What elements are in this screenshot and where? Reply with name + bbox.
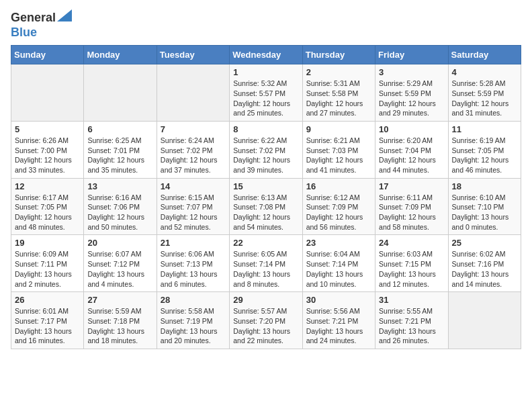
- day-info: Sunrise: 5:56 AM Sunset: 7:21 PM Dayligh…: [306, 306, 371, 346]
- day-info: Sunrise: 5:55 AM Sunset: 7:21 PM Dayligh…: [379, 306, 444, 346]
- day-number: 28: [161, 295, 226, 305]
- calendar-cell: 15Sunrise: 6:13 AM Sunset: 7:08 PM Dayli…: [230, 178, 302, 235]
- svg-marker-0: [57, 9, 72, 21]
- logo: General Blue: [11, 11, 72, 40]
- calendar-table: SundayMondayTuesdayWednesdayThursdayFrid…: [11, 45, 521, 349]
- day-info: Sunrise: 6:12 AM Sunset: 7:09 PM Dayligh…: [306, 193, 371, 232]
- calendar-cell: 14Sunrise: 6:15 AM Sunset: 7:07 PM Dayli…: [157, 178, 229, 235]
- calendar-cell: 30Sunrise: 5:56 AM Sunset: 7:21 PM Dayli…: [302, 292, 375, 349]
- day-number: 15: [233, 181, 298, 191]
- calendar-cell: 21Sunrise: 6:06 AM Sunset: 7:13 PM Dayli…: [157, 235, 229, 292]
- logo-icon: [57, 9, 72, 21]
- day-number: 2: [306, 67, 371, 77]
- day-info: Sunrise: 6:07 AM Sunset: 7:12 PM Dayligh…: [87, 249, 152, 289]
- calendar-cell: 29Sunrise: 5:57 AM Sunset: 7:20 PM Dayli…: [230, 292, 302, 349]
- day-info: Sunrise: 6:02 AM Sunset: 7:16 PM Dayligh…: [452, 249, 517, 289]
- day-number: 5: [15, 124, 80, 134]
- day-number: 4: [452, 67, 517, 77]
- calendar-cell: 2Sunrise: 5:31 AM Sunset: 5:58 PM Daylig…: [302, 64, 375, 122]
- day-info: Sunrise: 6:25 AM Sunset: 7:01 PM Dayligh…: [87, 136, 152, 175]
- day-number: 16: [306, 181, 371, 191]
- day-number: 24: [379, 238, 444, 248]
- day-info: Sunrise: 6:06 AM Sunset: 7:13 PM Dayligh…: [161, 249, 226, 289]
- day-info: Sunrise: 6:11 AM Sunset: 7:09 PM Dayligh…: [379, 193, 444, 232]
- calendar-cell: 8Sunrise: 6:22 AM Sunset: 7:02 PM Daylig…: [230, 121, 302, 178]
- day-info: Sunrise: 6:16 AM Sunset: 7:06 PM Dayligh…: [87, 193, 152, 232]
- day-number: 1: [233, 67, 298, 77]
- weekday-header-tuesday: Tuesday: [157, 46, 229, 64]
- day-number: 14: [161, 181, 226, 191]
- day-number: 12: [15, 181, 80, 191]
- calendar-cell: 17Sunrise: 6:11 AM Sunset: 7:09 PM Dayli…: [375, 178, 448, 235]
- day-number: 11: [452, 124, 517, 134]
- calendar-cell: 1Sunrise: 5:32 AM Sunset: 5:57 PM Daylig…: [230, 64, 302, 122]
- weekday-header-monday: Monday: [84, 46, 157, 64]
- calendar-cell: 16Sunrise: 6:12 AM Sunset: 7:09 PM Dayli…: [302, 178, 375, 235]
- calendar-week-2: 5Sunrise: 6:26 AM Sunset: 7:00 PM Daylig…: [11, 121, 521, 178]
- calendar-cell: 11Sunrise: 6:19 AM Sunset: 7:05 PM Dayli…: [448, 121, 521, 178]
- weekday-header-row: SundayMondayTuesdayWednesdayThursdayFrid…: [11, 46, 521, 64]
- weekday-header-friday: Friday: [375, 46, 448, 64]
- day-number: 3: [379, 67, 444, 77]
- day-info: Sunrise: 5:58 AM Sunset: 7:19 PM Dayligh…: [161, 306, 226, 346]
- day-info: Sunrise: 5:32 AM Sunset: 5:57 PM Dayligh…: [233, 79, 298, 118]
- day-number: 29: [233, 295, 298, 305]
- calendar-cell: 26Sunrise: 6:01 AM Sunset: 7:17 PM Dayli…: [11, 292, 84, 349]
- day-number: 22: [233, 238, 298, 248]
- day-info: Sunrise: 6:04 AM Sunset: 7:14 PM Dayligh…: [306, 249, 371, 289]
- calendar-cell: 4Sunrise: 5:28 AM Sunset: 5:59 PM Daylig…: [448, 64, 521, 122]
- day-info: Sunrise: 6:22 AM Sunset: 7:02 PM Dayligh…: [233, 136, 298, 175]
- day-number: 27: [87, 295, 152, 305]
- logo-general: General: [11, 11, 56, 24]
- calendar-cell: 31Sunrise: 5:55 AM Sunset: 7:21 PM Dayli…: [375, 292, 448, 349]
- calendar-cell: 20Sunrise: 6:07 AM Sunset: 7:12 PM Dayli…: [84, 235, 157, 292]
- day-info: Sunrise: 5:28 AM Sunset: 5:59 PM Dayligh…: [452, 79, 517, 118]
- calendar-cell: 22Sunrise: 6:05 AM Sunset: 7:14 PM Dayli…: [230, 235, 302, 292]
- day-number: 23: [306, 238, 371, 248]
- calendar-cell: 7Sunrise: 6:24 AM Sunset: 7:02 PM Daylig…: [157, 121, 229, 178]
- calendar-week-3: 12Sunrise: 6:17 AM Sunset: 7:05 PM Dayli…: [11, 178, 521, 235]
- calendar-cell: [11, 64, 84, 122]
- day-number: 13: [87, 181, 152, 191]
- calendar-cell: 19Sunrise: 6:09 AM Sunset: 7:11 PM Dayli…: [11, 235, 84, 292]
- weekday-header-sunday: Sunday: [11, 46, 84, 64]
- day-info: Sunrise: 6:26 AM Sunset: 7:00 PM Dayligh…: [15, 136, 80, 175]
- page-header: General Blue: [11, 11, 521, 40]
- day-info: Sunrise: 6:20 AM Sunset: 7:04 PM Dayligh…: [379, 136, 444, 175]
- calendar-cell: 28Sunrise: 5:58 AM Sunset: 7:19 PM Dayli…: [157, 292, 229, 349]
- calendar-cell: [157, 64, 229, 122]
- calendar-cell: 24Sunrise: 6:03 AM Sunset: 7:15 PM Dayli…: [375, 235, 448, 292]
- day-info: Sunrise: 6:10 AM Sunset: 7:10 PM Dayligh…: [452, 193, 517, 232]
- calendar-week-4: 19Sunrise: 6:09 AM Sunset: 7:11 PM Dayli…: [11, 235, 521, 292]
- day-info: Sunrise: 6:15 AM Sunset: 7:07 PM Dayligh…: [161, 193, 226, 232]
- calendar-cell: 27Sunrise: 5:59 AM Sunset: 7:18 PM Dayli…: [84, 292, 157, 349]
- day-number: 9: [306, 124, 371, 134]
- day-number: 19: [15, 238, 80, 248]
- day-number: 31: [379, 295, 444, 305]
- weekday-header-thursday: Thursday: [302, 46, 375, 64]
- logo-blue: Blue: [11, 26, 37, 39]
- day-info: Sunrise: 6:03 AM Sunset: 7:15 PM Dayligh…: [379, 249, 444, 289]
- day-number: 10: [379, 124, 444, 134]
- weekday-header-wednesday: Wednesday: [230, 46, 302, 64]
- calendar-week-1: 1Sunrise: 5:32 AM Sunset: 5:57 PM Daylig…: [11, 64, 521, 122]
- day-info: Sunrise: 5:57 AM Sunset: 7:20 PM Dayligh…: [233, 306, 298, 346]
- day-info: Sunrise: 6:21 AM Sunset: 7:03 PM Dayligh…: [306, 136, 371, 175]
- day-info: Sunrise: 6:19 AM Sunset: 7:05 PM Dayligh…: [452, 136, 517, 175]
- calendar-cell: 6Sunrise: 6:25 AM Sunset: 7:01 PM Daylig…: [84, 121, 157, 178]
- calendar-cell: [84, 64, 157, 122]
- day-number: 18: [452, 181, 517, 191]
- day-info: Sunrise: 6:24 AM Sunset: 7:02 PM Dayligh…: [161, 136, 226, 175]
- calendar-cell: 9Sunrise: 6:21 AM Sunset: 7:03 PM Daylig…: [302, 121, 375, 178]
- day-number: 7: [161, 124, 226, 134]
- day-number: 20: [87, 238, 152, 248]
- weekday-header-saturday: Saturday: [448, 46, 521, 64]
- day-info: Sunrise: 6:05 AM Sunset: 7:14 PM Dayligh…: [233, 249, 298, 289]
- day-info: Sunrise: 5:31 AM Sunset: 5:58 PM Dayligh…: [306, 79, 371, 118]
- day-info: Sunrise: 5:29 AM Sunset: 5:59 PM Dayligh…: [379, 79, 444, 118]
- calendar-cell: 3Sunrise: 5:29 AM Sunset: 5:59 PM Daylig…: [375, 64, 448, 122]
- day-number: 8: [233, 124, 298, 134]
- calendar-cell: 10Sunrise: 6:20 AM Sunset: 7:04 PM Dayli…: [375, 121, 448, 178]
- day-number: 30: [306, 295, 371, 305]
- day-number: 21: [161, 238, 226, 248]
